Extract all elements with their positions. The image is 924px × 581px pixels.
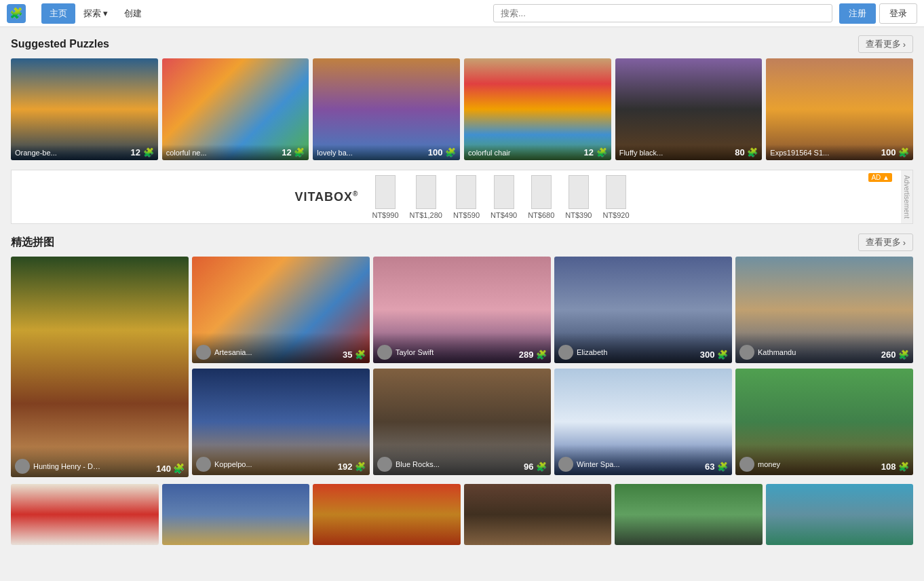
nav-home-button[interactable]: 主页 bbox=[41, 3, 75, 24]
avatar bbox=[377, 345, 392, 360]
featured-puzzle-item[interactable]: Koppelpo... 192 🧩 bbox=[192, 369, 370, 475]
puzzle-name: Taylor Swift bbox=[396, 348, 434, 356]
logo: 🧩 bbox=[7, 4, 31, 23]
puzzle-count: 12 🧩 bbox=[282, 147, 305, 157]
ad-product-price: NT$920 bbox=[602, 211, 629, 219]
bottom-puzzle-item[interactable] bbox=[615, 484, 763, 545]
ad-product-price: NT$990 bbox=[372, 211, 398, 219]
chevron-right-icon: › bbox=[903, 39, 906, 50]
ad-product-img bbox=[456, 175, 476, 209]
suggested-title: Suggested Puzzles bbox=[11, 38, 109, 50]
puzzle-info: Blue Rocks... bbox=[377, 457, 524, 472]
puzzle-name: Blue Rocks... bbox=[396, 460, 440, 468]
puzzle-count: 108 🧩 bbox=[881, 462, 909, 472]
suggested-puzzle-item[interactable]: colorful chair 12 🧩 bbox=[464, 58, 611, 160]
puzzle-overlay: Elizabeth 300 🧩 bbox=[554, 333, 732, 363]
puzzle-title: lovely ba... bbox=[317, 149, 353, 157]
ad-product-price: NT$590 bbox=[453, 211, 480, 219]
featured-grid: Hunting Henry - December 31... 140 🧩 Art… bbox=[11, 257, 913, 481]
puzzle-info: Winter Spa... bbox=[558, 457, 705, 472]
bottom-puzzle-item[interactable] bbox=[464, 484, 612, 545]
featured-see-more-button[interactable]: 查看更多 › bbox=[858, 233, 913, 251]
avatar bbox=[196, 345, 211, 360]
puzzle-count: 35 🧩 bbox=[343, 350, 366, 360]
puzzle-count: 100 🧩 bbox=[881, 147, 909, 157]
search-bar bbox=[493, 4, 832, 22]
featured-puzzle-item[interactable]: Winter Spa... 63 🧩 bbox=[554, 369, 732, 475]
puzzle-info: Artesania... bbox=[196, 345, 343, 360]
ad-product-price: NT$390 bbox=[565, 211, 592, 219]
ad-product-item: NT$920 bbox=[602, 175, 629, 219]
suggested-puzzle-item[interactable]: lovely ba... 100 🧩 bbox=[313, 58, 460, 160]
puzzle-count: 140 🧩 bbox=[156, 463, 185, 474]
suggested-see-more-button[interactable]: 查看更多 › bbox=[858, 35, 913, 53]
vitabox-logo: VITABOX® bbox=[294, 190, 358, 204]
puzzle-name: Winter Spa... bbox=[577, 460, 620, 468]
avatar bbox=[15, 459, 30, 474]
puzzle-overlay: Winter Spa... 63 🧩 bbox=[554, 445, 732, 475]
ad-product-img bbox=[569, 175, 589, 209]
suggested-puzzle-item[interactable]: Orange-be... 12 🧩 bbox=[11, 58, 158, 160]
puzzle-overlay: Blue Rocks... 96 🧩 bbox=[373, 445, 551, 475]
puzzle-count: 63 🧩 bbox=[705, 462, 728, 472]
puzzle-title: colorful chair bbox=[468, 149, 510, 157]
puzzle-info: Kathmandu bbox=[739, 345, 881, 360]
login-button[interactable]: 登录 bbox=[879, 3, 917, 24]
puzzle-overlay: Koppelpo... 192 🧩 bbox=[192, 445, 370, 475]
featured-puzzle-item[interactable]: Elizabeth 300 🧩 bbox=[554, 257, 732, 363]
puzzle-count: 289 🧩 bbox=[519, 350, 547, 360]
ad-label: Advertisement bbox=[901, 170, 912, 223]
ad-product-price: NT$490 bbox=[490, 211, 517, 219]
suggested-puzzles-row: Orange-be... 12 🧩 colorful ne... 12 🧩 lo… bbox=[11, 58, 913, 160]
puzzle-info: Hunting Henry - December 31... bbox=[15, 459, 156, 474]
featured-puzzle-item[interactable]: money 108 🧩 bbox=[735, 369, 913, 475]
puzzle-name: Hunting Henry - December 31... bbox=[33, 462, 101, 470]
ad-product-img bbox=[531, 175, 552, 209]
puzzle-title: colorful ne... bbox=[166, 149, 207, 157]
suggested-puzzle-item[interactable]: colorful ne... 12 🧩 bbox=[162, 58, 309, 160]
bottom-puzzle-item[interactable] bbox=[11, 484, 159, 545]
puzzle-label: Exps191564 S1... 100 🧩 bbox=[766, 145, 913, 160]
auth-buttons: 注册 登录 bbox=[839, 3, 917, 24]
suggested-puzzle-item[interactable]: Exps191564 S1... 100 🧩 bbox=[766, 58, 913, 160]
main-content: Suggested Puzzles 查看更多 › Orange-be... 12… bbox=[0, 27, 924, 553]
bottom-puzzle-item[interactable] bbox=[313, 484, 461, 545]
puzzle-name: Koppelpo... bbox=[214, 460, 252, 468]
avatar bbox=[558, 345, 573, 360]
featured-puzzle-item[interactable]: Taylor Swift 289 🧩 bbox=[373, 257, 551, 363]
puzzle-name: money bbox=[758, 460, 780, 468]
ad-inner: VITABOX® NT$990NT$1,280NT$590NT$490NT$68… bbox=[294, 175, 629, 219]
search-input[interactable] bbox=[493, 4, 832, 22]
puzzle-count: 100 🧩 bbox=[428, 147, 456, 157]
puzzle-title: Orange-be... bbox=[15, 149, 57, 157]
nav-explore-button[interactable]: 探索 ▾ bbox=[75, 3, 116, 24]
featured-puzzle-item[interactable]: Blue Rocks... 96 🧩 bbox=[373, 369, 551, 475]
featured-large-item[interactable]: Hunting Henry - December 31... 140 🧩 bbox=[11, 257, 189, 477]
bottom-puzzle-item[interactable] bbox=[162, 484, 310, 545]
ad-product-img bbox=[606, 175, 626, 209]
featured-puzzle-item[interactable]: Kathmandu 260 🧩 bbox=[735, 257, 913, 363]
puzzle-label: colorful chair 12 🧩 bbox=[464, 145, 611, 160]
avatar bbox=[739, 457, 754, 472]
header: 🧩 主页 探索 ▾ 创建 注册 登录 bbox=[0, 0, 924, 27]
puzzle-name: Artesania... bbox=[214, 348, 252, 356]
puzzle-info: Elizabeth bbox=[558, 345, 700, 360]
featured-puzzle-item[interactable]: Artesania... 35 🧩 bbox=[192, 257, 370, 363]
ad-product-img bbox=[375, 175, 396, 209]
puzzle-info: Koppelpo... bbox=[196, 457, 338, 472]
nav-create-button[interactable]: 创建 bbox=[116, 3, 150, 24]
puzzle-label: colorful ne... 12 🧩 bbox=[162, 145, 309, 160]
ad-banner[interactable]: VITABOX® NT$990NT$1,280NT$590NT$490NT$68… bbox=[11, 170, 913, 224]
bottom-row bbox=[11, 484, 913, 545]
ad-product-item: NT$590 bbox=[453, 175, 480, 219]
logo-icon: 🧩 bbox=[7, 4, 26, 23]
register-button[interactable]: 注册 bbox=[839, 3, 876, 24]
ad-product-item: NT$1,280 bbox=[410, 175, 442, 219]
ad-product-item: NT$390 bbox=[565, 175, 592, 219]
featured-title: 精选拼图 bbox=[11, 236, 54, 250]
bottom-puzzle-item[interactable] bbox=[766, 484, 914, 545]
puzzle-label: Orange-be... 12 🧩 bbox=[11, 145, 158, 160]
avatar bbox=[196, 457, 211, 472]
ad-product-price: NT$1,280 bbox=[410, 211, 442, 219]
suggested-puzzle-item[interactable]: Fluffy black... 80 🧩 bbox=[615, 58, 763, 160]
